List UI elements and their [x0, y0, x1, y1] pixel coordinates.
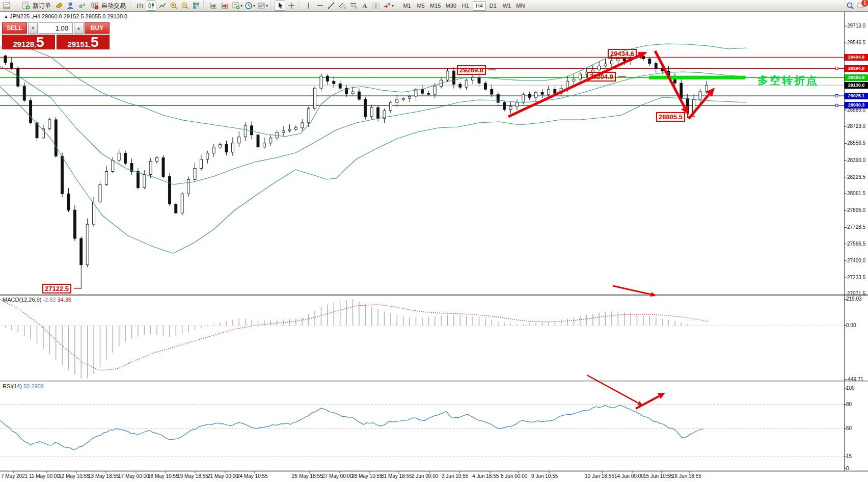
- macd-value: -2.82: [43, 297, 56, 303]
- rsi-label: RSI(14) 50.2908: [3, 383, 44, 389]
- axis-ticks: [14, 26, 847, 473]
- line-handles[interactable]: [835, 67, 838, 107]
- trend-arrows[interactable]: [508, 51, 715, 409]
- price-tick-label: 28223.5: [847, 174, 865, 180]
- time-tick-label: 24 May 10:55: [237, 473, 268, 479]
- price-tick-label: 27566.5: [847, 241, 865, 247]
- time-tick-label: 12 May 10:55: [59, 473, 90, 479]
- trading-platform-window: 新订单 自动交易 ▾ ▾ ▾ E F A T ▾ M1M5M1: [0, 0, 868, 482]
- buy-price-main: 29151: [67, 40, 89, 48]
- price-tick-label: 27895.0: [847, 207, 865, 213]
- candles: [4, 55, 708, 289]
- price-tick-label: 27728.5: [847, 224, 865, 230]
- time-tick-label: 31 May 18:55: [381, 473, 412, 479]
- time-tick-label: 28 May 10:55: [351, 473, 383, 479]
- rsi-name: RSI(14): [3, 383, 22, 389]
- price-tag: 28930.3: [845, 102, 868, 109]
- time-tick-label: 17 May 00:00: [118, 473, 149, 479]
- price-tick-label: 28061.5: [847, 191, 865, 196]
- annotation-text[interactable]: 多空转折点: [757, 73, 819, 88]
- price-tick-label: 29546.5: [847, 40, 865, 45]
- price-callout[interactable]: 27122.5: [42, 284, 71, 293]
- time-tick-label: 19 May 18:55: [177, 473, 208, 479]
- price-tick-label: 29713.0: [847, 23, 865, 29]
- macd-signal-value: 34.36: [58, 297, 72, 303]
- price-chart[interactable]: [0, 0, 868, 482]
- rsi-tick-label: 80: [846, 401, 852, 407]
- price-tag: 29025.1: [845, 93, 868, 99]
- time-tick-label: 15 Jun 10:55: [643, 473, 673, 479]
- rsi-tick-label: 100: [846, 385, 855, 391]
- time-tick-label: 8 Jun 00:00: [501, 473, 527, 479]
- buy-price[interactable]: 29151.5: [57, 35, 110, 49]
- price-callout[interactable]: 29434.6: [608, 49, 637, 59]
- rsi-tick-label: 0: [846, 466, 849, 471]
- price-tick-label: 28390.0: [847, 157, 865, 163]
- symbol-marker: ▲: [4, 14, 8, 19]
- price-tag: 29130.0: [845, 82, 868, 89]
- time-tick-label: 11 May 00:00: [29, 473, 60, 479]
- rsi-value: 50.2908: [23, 383, 44, 389]
- time-tick-label: 4 Jun 18:55: [472, 473, 499, 479]
- price-tag: 29294.8: [845, 65, 868, 72]
- symbol-ohlc: 29060.0 29152.5 29055.0 29130.0: [42, 13, 127, 19]
- sell-price-main: 29128: [13, 40, 34, 48]
- horizontal-line-objects[interactable]: [0, 57, 844, 105]
- rsi-tick-label: 15: [846, 453, 852, 459]
- one-click-trading-panel: SELL ▼ 1.00 ▲ BUY 29128.5 29151.5: [2, 22, 110, 49]
- volume-input[interactable]: 1.00: [39, 22, 73, 34]
- macd-tick-label: -449.71: [846, 377, 863, 382]
- symbol-name: JPN225-,H4: [10, 13, 40, 19]
- symbol-header: ▲ JPN225-,H4 29060.0 29152.5 29055.0 291…: [4, 13, 127, 19]
- sell-price[interactable]: 29128.5: [2, 35, 55, 49]
- price-tag: 29204.9: [845, 74, 868, 81]
- macd-name: MACD(12,26,9): [3, 297, 41, 303]
- price-callout[interactable]: 28805.5: [656, 112, 685, 122]
- time-tick-label: 7 May 2021: [1, 473, 28, 479]
- price-tag: 29404.6: [845, 54, 868, 61]
- time-tick-label: 16 Jun 18:55: [672, 473, 701, 479]
- time-tick-label: 27 May 00:00: [322, 473, 353, 479]
- price-tick-label: 28723.0: [847, 123, 865, 129]
- time-tick-label: 3 Jun 10:55: [442, 473, 468, 479]
- price-tick-label: 27400.0: [847, 258, 865, 263]
- macd-indicator: [0, 299, 844, 379]
- volume-decrease-button[interactable]: ▼: [28, 22, 38, 34]
- buy-button[interactable]: BUY: [85, 22, 110, 34]
- time-tick-label: 14 Jun 00:00: [614, 473, 644, 479]
- price-tick-label: 27233.5: [847, 275, 865, 280]
- macd-tick-label: 219.03: [846, 296, 862, 302]
- support-zone-band[interactable]: [649, 76, 745, 79]
- macd-tick-label: 0.00: [846, 323, 856, 328]
- sell-button[interactable]: SELL: [2, 22, 27, 34]
- price-tick-label: 28556.5: [847, 140, 865, 146]
- time-tick-label: 18 May 10:55: [148, 473, 179, 479]
- buy-price-frac: 5: [91, 37, 99, 48]
- time-tick-label: 25 May 18:55: [292, 473, 323, 479]
- volume-increase-button[interactable]: ▲: [74, 22, 84, 34]
- time-tick-label: 13 May 18:55: [88, 473, 119, 479]
- rsi-tick-label: 50: [846, 425, 852, 431]
- macd-label: MACD(12,26,9) -2.82 34.36: [3, 297, 71, 303]
- sell-price-frac: 5: [36, 37, 44, 48]
- time-tick-label: 10 Jun 18:55: [585, 473, 614, 479]
- price-callout[interactable]: 29204.9: [587, 72, 616, 82]
- bollinger-bands: [0, 44, 746, 253]
- callout-leaders: [74, 53, 695, 288]
- time-tick-label: 2 Jun 00:00: [412, 473, 438, 479]
- time-tick-label: 21 May 00:00: [207, 473, 238, 479]
- rsi-indicator: [0, 405, 844, 457]
- panel-separators: [0, 12, 868, 471]
- price-callout[interactable]: 29269.8: [457, 65, 486, 75]
- time-tick-label: 9 Jun 10:55: [531, 473, 558, 479]
